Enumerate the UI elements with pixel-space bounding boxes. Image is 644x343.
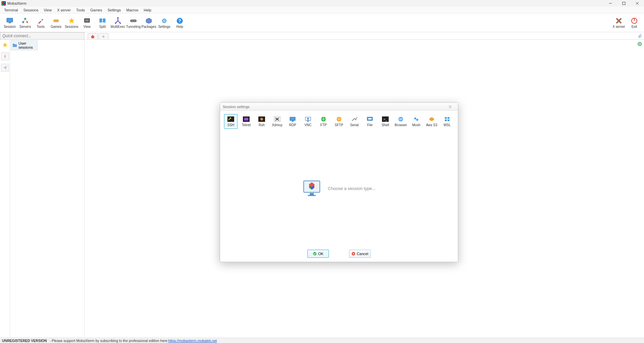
toolbar-tunneling-button[interactable]: Tunneling: [126, 14, 141, 32]
svg-rect-41: [13, 44, 17, 47]
svg-marker-70: [429, 117, 434, 121]
toolbar-session-button[interactable]: Session: [2, 14, 17, 32]
svg-rect-47: [227, 116, 234, 122]
tab-new[interactable]: [98, 33, 109, 39]
split-icon: [98, 17, 106, 25]
toolbar-tools-button[interactable]: Tools: [33, 14, 48, 32]
toolbar-xserver-button[interactable]: X server: [611, 14, 627, 32]
menu-tools[interactable]: Tools: [74, 7, 88, 13]
session-type-sftp[interactable]: SFTP: [332, 114, 346, 129]
session-type-wsl[interactable]: WSL: [440, 114, 454, 129]
session-type-xdmcp[interactable]: Xdmcp: [270, 114, 284, 129]
svg-rect-16: [53, 19, 59, 22]
cancel-button[interactable]: Cancel: [349, 250, 371, 258]
tree-user-sessions[interactable]: User sessions: [11, 40, 38, 50]
window-minimize-button[interactable]: [604, 0, 617, 7]
status-footer: UNREGISTERED VERSION - Please support Mo…: [0, 338, 644, 343]
session-type-telnet[interactable]: Telnet: [240, 114, 253, 129]
window-maximize-button[interactable]: [617, 0, 631, 7]
main-toolbar: Session Servers Tools Games Sessions Vie…: [0, 13, 644, 32]
session-type-rdp[interactable]: RDP: [286, 114, 299, 129]
wsl-icon: [444, 116, 450, 122]
toolbar-split-button[interactable]: Split: [95, 14, 110, 32]
svg-text:>_: >_: [383, 117, 387, 121]
toolbar-help-button[interactable]: ?Help: [172, 14, 187, 32]
menu-sessions[interactable]: Sessions: [21, 7, 41, 13]
ok-button[interactable]: OK: [307, 250, 329, 258]
svg-rect-2: [4, 2, 5, 3]
window-titlebar: MobaXterm: [0, 0, 644, 7]
session-type-ssh[interactable]: SSH: [224, 114, 238, 129]
file-icon: [367, 116, 373, 122]
sidebar-macros-button[interactable]: [1, 52, 9, 60]
tunnel-icon: [129, 17, 137, 25]
toolbar-settings-button[interactable]: Settings: [157, 14, 172, 32]
svg-rect-50: [244, 118, 248, 120]
view-icon: [83, 17, 91, 25]
menu-xserver[interactable]: X server: [54, 7, 74, 13]
svg-rect-58: [307, 121, 309, 121]
svg-rect-9: [7, 18, 13, 22]
dialog-close-button[interactable]: [448, 105, 455, 108]
session-type-rsh[interactable]: Rsh: [255, 114, 268, 129]
shell-icon: >_: [382, 116, 389, 122]
session-type-shell[interactable]: >_Shell: [379, 114, 392, 129]
svg-line-15: [25, 19, 27, 22]
help-icon: ?: [176, 17, 184, 25]
svg-rect-73: [445, 119, 447, 121]
toolbar-view-button[interactable]: View: [79, 14, 95, 32]
menu-macros[interactable]: Macros: [124, 7, 141, 13]
menu-settings[interactable]: Settings: [105, 7, 124, 13]
panel-settings-button[interactable]: [637, 41, 643, 47]
toolbar-sessions-button[interactable]: Sessions: [64, 14, 79, 32]
gear-icon: [160, 17, 168, 25]
paperplane-icon: [2, 65, 8, 70]
quick-connect-input[interactable]: [0, 32, 84, 40]
window-close-button[interactable]: [631, 0, 644, 7]
monitor-icon: [6, 17, 14, 25]
toolbar-multiexec-button[interactable]: MultiExec: [110, 14, 126, 32]
cancel-icon: [351, 252, 355, 256]
app-logo-icon: [1, 1, 6, 6]
svg-point-18: [57, 20, 57, 21]
session-type-vnc[interactable]: VNC: [301, 114, 315, 129]
sessions-side-panel: User sessions: [10, 40, 85, 338]
session-type-browser[interactable]: Browser: [394, 114, 407, 129]
svg-rect-76: [310, 193, 314, 195]
session-type-aws-s3[interactable]: Aws S3: [425, 114, 438, 129]
svg-marker-39: [2, 42, 8, 47]
footer-link[interactable]: https://mobaxterm.mobatek.net: [168, 339, 217, 343]
toolbar-exit-button[interactable]: Exit: [627, 14, 642, 32]
sidebar-favorites-button[interactable]: [1, 41, 9, 49]
sidebar-sftp-button[interactable]: [1, 64, 9, 72]
toolbar-packages-button[interactable]: Packages: [141, 14, 157, 32]
plus-icon: [101, 35, 105, 39]
tab-home[interactable]: [88, 33, 98, 39]
menu-games[interactable]: Games: [88, 7, 105, 13]
session-type-serial[interactable]: Serial: [348, 114, 361, 129]
session-type-ftp[interactable]: FTP: [317, 114, 330, 129]
svg-rect-63: [368, 118, 372, 119]
quickconnect-row: [0, 32, 644, 40]
toolbar-servers-button[interactable]: Servers: [17, 14, 33, 32]
tree-label: User sessions: [18, 41, 36, 49]
tools-icon: [37, 17, 45, 25]
check-icon: [313, 252, 317, 256]
menu-help[interactable]: Help: [141, 7, 154, 13]
toolbar-games-button[interactable]: Games: [48, 14, 64, 32]
svg-rect-42: [13, 44, 14, 45]
sftp-icon: [336, 116, 342, 122]
session-type-file[interactable]: File: [363, 114, 377, 129]
svg-rect-1: [2, 2, 4, 3]
svg-point-17: [55, 20, 55, 21]
menu-terminal[interactable]: Terminal: [1, 7, 21, 13]
paperclip-icon[interactable]: [637, 33, 642, 38]
session-type-mosh[interactable]: Mosh: [410, 114, 423, 129]
svg-line-14: [23, 19, 25, 22]
games-icon: [52, 17, 60, 25]
svg-point-52: [260, 118, 263, 120]
menu-view[interactable]: View: [41, 7, 54, 13]
svg-point-31: [164, 20, 165, 21]
star-icon: [68, 17, 76, 25]
svg-rect-21: [85, 19, 89, 22]
